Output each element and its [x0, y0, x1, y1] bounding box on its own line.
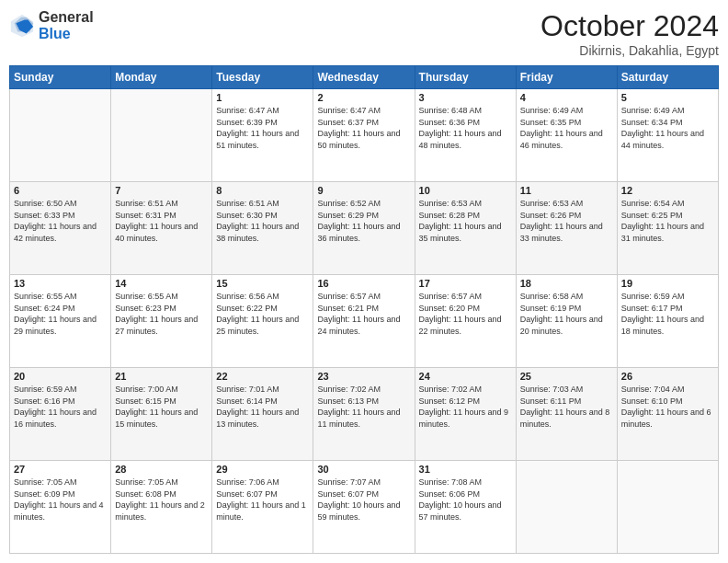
- calendar-cell: 17Sunrise: 6:57 AM Sunset: 6:20 PM Dayli…: [415, 275, 516, 368]
- day-number: 31: [419, 464, 512, 475]
- calendar-cell: 31Sunrise: 7:08 AM Sunset: 6:06 PM Dayli…: [415, 461, 516, 554]
- day-info: Sunrise: 6:54 AM Sunset: 6:25 PM Dayligh…: [621, 198, 714, 244]
- calendar-cell: 2Sunrise: 6:47 AM Sunset: 6:37 PM Daylig…: [313, 89, 415, 182]
- logo-icon: [9, 13, 35, 39]
- calendar-cell: 28Sunrise: 7:05 AM Sunset: 6:08 PM Dayli…: [111, 461, 212, 554]
- calendar-cell: 12Sunrise: 6:54 AM Sunset: 6:25 PM Dayli…: [617, 182, 718, 275]
- day-info: Sunrise: 6:47 AM Sunset: 6:37 PM Dayligh…: [317, 105, 410, 151]
- calendar-week-row: 13Sunrise: 6:55 AM Sunset: 6:24 PM Dayli…: [10, 275, 719, 368]
- logo-general-text: General: [39, 9, 94, 26]
- day-info: Sunrise: 6:48 AM Sunset: 6:36 PM Dayligh…: [419, 105, 512, 151]
- day-number: 25: [520, 371, 613, 382]
- day-info: Sunrise: 6:49 AM Sunset: 6:35 PM Dayligh…: [520, 105, 613, 151]
- month-title: October 2024: [540, 9, 719, 43]
- day-info: Sunrise: 6:53 AM Sunset: 6:28 PM Dayligh…: [419, 198, 512, 244]
- day-number: 18: [520, 278, 613, 289]
- day-info: Sunrise: 6:59 AM Sunset: 6:16 PM Dayligh…: [14, 384, 107, 430]
- day-header-thursday: Thursday: [415, 66, 516, 89]
- day-number: 29: [216, 464, 309, 475]
- day-info: Sunrise: 6:53 AM Sunset: 6:26 PM Dayligh…: [520, 198, 613, 244]
- day-number: 4: [520, 92, 613, 103]
- day-header-friday: Friday: [516, 66, 617, 89]
- calendar-cell: 9Sunrise: 6:52 AM Sunset: 6:29 PM Daylig…: [313, 182, 415, 275]
- calendar-cell: 24Sunrise: 7:02 AM Sunset: 6:12 PM Dayli…: [415, 368, 516, 461]
- day-number: 13: [14, 278, 107, 289]
- calendar-header-row: SundayMondayTuesdayWednesdayThursdayFrid…: [10, 66, 719, 89]
- day-info: Sunrise: 6:56 AM Sunset: 6:22 PM Dayligh…: [216, 291, 309, 337]
- day-number: 14: [115, 278, 208, 289]
- calendar-cell: 30Sunrise: 7:07 AM Sunset: 6:07 PM Dayli…: [313, 461, 415, 554]
- calendar-cell: 27Sunrise: 7:05 AM Sunset: 6:09 PM Dayli…: [10, 461, 111, 554]
- calendar-cell: [10, 89, 111, 182]
- day-number: 17: [419, 278, 512, 289]
- calendar-cell: 10Sunrise: 6:53 AM Sunset: 6:28 PM Dayli…: [415, 182, 516, 275]
- calendar-cell: 4Sunrise: 6:49 AM Sunset: 6:35 PM Daylig…: [516, 89, 617, 182]
- day-number: 21: [115, 371, 208, 382]
- day-number: 27: [14, 464, 107, 475]
- calendar-cell: 13Sunrise: 6:55 AM Sunset: 6:24 PM Dayli…: [10, 275, 111, 368]
- logo-text: General Blue: [39, 9, 94, 41]
- calendar-cell: 19Sunrise: 6:59 AM Sunset: 6:17 PM Dayli…: [617, 275, 718, 368]
- day-info: Sunrise: 7:03 AM Sunset: 6:11 PM Dayligh…: [520, 384, 613, 430]
- day-info: Sunrise: 6:51 AM Sunset: 6:30 PM Dayligh…: [216, 198, 309, 244]
- calendar-cell: 7Sunrise: 6:51 AM Sunset: 6:31 PM Daylig…: [111, 182, 212, 275]
- calendar-week-row: 20Sunrise: 6:59 AM Sunset: 6:16 PM Dayli…: [10, 368, 719, 461]
- day-number: 11: [520, 185, 613, 196]
- calendar-week-row: 27Sunrise: 7:05 AM Sunset: 6:09 PM Dayli…: [10, 461, 719, 554]
- calendar-week-row: 1Sunrise: 6:47 AM Sunset: 6:39 PM Daylig…: [10, 89, 719, 182]
- calendar-cell: 1Sunrise: 6:47 AM Sunset: 6:39 PM Daylig…: [212, 89, 313, 182]
- day-number: 16: [317, 278, 410, 289]
- day-info: Sunrise: 7:00 AM Sunset: 6:15 PM Dayligh…: [115, 384, 208, 430]
- day-info: Sunrise: 6:50 AM Sunset: 6:33 PM Dayligh…: [14, 198, 107, 244]
- calendar-cell: 8Sunrise: 6:51 AM Sunset: 6:30 PM Daylig…: [212, 182, 313, 275]
- day-info: Sunrise: 7:02 AM Sunset: 6:13 PM Dayligh…: [317, 384, 410, 430]
- day-number: 30: [317, 464, 410, 475]
- calendar-cell: 22Sunrise: 7:01 AM Sunset: 6:14 PM Dayli…: [212, 368, 313, 461]
- day-info: Sunrise: 6:55 AM Sunset: 6:23 PM Dayligh…: [115, 291, 208, 337]
- day-info: Sunrise: 6:52 AM Sunset: 6:29 PM Dayligh…: [317, 198, 410, 244]
- calendar-cell: 16Sunrise: 6:57 AM Sunset: 6:21 PM Dayli…: [313, 275, 415, 368]
- day-info: Sunrise: 6:58 AM Sunset: 6:19 PM Dayligh…: [520, 291, 613, 337]
- calendar-cell: 23Sunrise: 7:02 AM Sunset: 6:13 PM Dayli…: [313, 368, 415, 461]
- calendar-cell: 3Sunrise: 6:48 AM Sunset: 6:36 PM Daylig…: [415, 89, 516, 182]
- day-number: 23: [317, 371, 410, 382]
- day-info: Sunrise: 7:05 AM Sunset: 6:09 PM Dayligh…: [14, 477, 107, 523]
- day-number: 3: [419, 92, 512, 103]
- day-header-saturday: Saturday: [617, 66, 718, 89]
- calendar-cell: 14Sunrise: 6:55 AM Sunset: 6:23 PM Dayli…: [111, 275, 212, 368]
- day-header-wednesday: Wednesday: [313, 66, 415, 89]
- calendar-cell: 15Sunrise: 6:56 AM Sunset: 6:22 PM Dayli…: [212, 275, 313, 368]
- day-number: 6: [14, 185, 107, 196]
- calendar-cell: 11Sunrise: 6:53 AM Sunset: 6:26 PM Dayli…: [516, 182, 617, 275]
- day-number: 10: [419, 185, 512, 196]
- title-section: October 2024 Dikirnis, Dakahlia, Egypt: [540, 9, 719, 58]
- day-info: Sunrise: 7:04 AM Sunset: 6:10 PM Dayligh…: [621, 384, 714, 430]
- day-info: Sunrise: 7:07 AM Sunset: 6:07 PM Dayligh…: [317, 477, 410, 523]
- day-info: Sunrise: 6:59 AM Sunset: 6:17 PM Dayligh…: [621, 291, 714, 337]
- day-number: 19: [621, 278, 714, 289]
- day-number: 2: [317, 92, 410, 103]
- day-info: Sunrise: 6:57 AM Sunset: 6:21 PM Dayligh…: [317, 291, 410, 337]
- day-number: 22: [216, 371, 309, 382]
- calendar-cell: 29Sunrise: 7:06 AM Sunset: 6:07 PM Dayli…: [212, 461, 313, 554]
- day-header-monday: Monday: [111, 66, 212, 89]
- calendar-week-row: 6Sunrise: 6:50 AM Sunset: 6:33 PM Daylig…: [10, 182, 719, 275]
- day-info: Sunrise: 6:51 AM Sunset: 6:31 PM Dayligh…: [115, 198, 208, 244]
- logo-blue-text: Blue: [39, 26, 94, 42]
- day-number: 7: [115, 185, 208, 196]
- day-info: Sunrise: 7:02 AM Sunset: 6:12 PM Dayligh…: [419, 384, 512, 430]
- calendar-cell: 5Sunrise: 6:49 AM Sunset: 6:34 PM Daylig…: [617, 89, 718, 182]
- logo: General Blue: [9, 9, 94, 41]
- day-info: Sunrise: 7:01 AM Sunset: 6:14 PM Dayligh…: [216, 384, 309, 430]
- day-number: 5: [621, 92, 714, 103]
- day-info: Sunrise: 6:55 AM Sunset: 6:24 PM Dayligh…: [14, 291, 107, 337]
- calendar-table: SundayMondayTuesdayWednesdayThursdayFrid…: [9, 65, 719, 554]
- calendar-cell: 26Sunrise: 7:04 AM Sunset: 6:10 PM Dayli…: [617, 368, 718, 461]
- location: Dikirnis, Dakahlia, Egypt: [540, 43, 719, 58]
- calendar-cell: 20Sunrise: 6:59 AM Sunset: 6:16 PM Dayli…: [10, 368, 111, 461]
- day-number: 1: [216, 92, 309, 103]
- calendar-cell: 21Sunrise: 7:00 AM Sunset: 6:15 PM Dayli…: [111, 368, 212, 461]
- page: General Blue October 2024 Dikirnis, Daka…: [0, 0, 728, 563]
- day-number: 28: [115, 464, 208, 475]
- day-info: Sunrise: 7:08 AM Sunset: 6:06 PM Dayligh…: [419, 477, 512, 523]
